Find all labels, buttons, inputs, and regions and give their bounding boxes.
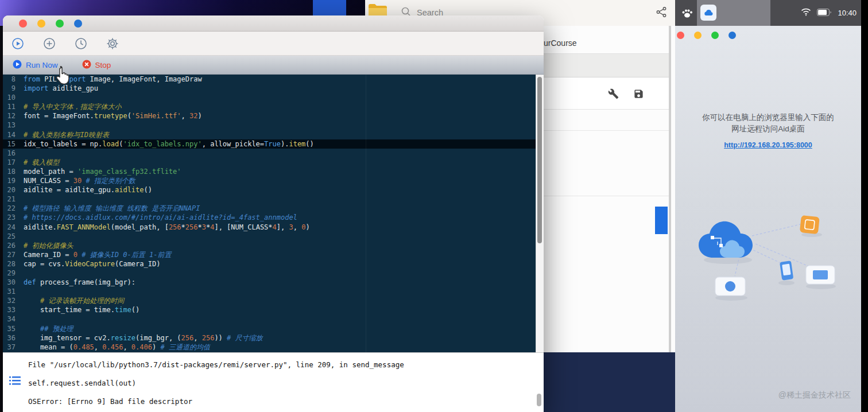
ide-window: Run Now Stop 8from PIL import Image, Ima… — [3, 15, 544, 412]
editor-scrollbar[interactable] — [536, 75, 544, 352]
code-line-28: 28cap = cvs.VideoCapture(Camera_ID) — [3, 259, 544, 269]
console-scrollbar-thumb[interactable] — [537, 394, 541, 406]
code-text — [24, 93, 544, 102]
page-toolbar-card — [544, 77, 669, 110]
phone-screen: 你可以在电脑上的浏览器里输入下面的 网址远程访问Aid桌面 http://192… — [675, 26, 861, 412]
code-text: font = ImageFont.truetype('SimHei.ttf', … — [24, 111, 544, 121]
code-text — [24, 149, 544, 158]
code-text: # 记录该帧开始处理的时间 — [24, 296, 544, 305]
console-log-icon[interactable] — [9, 376, 21, 387]
code-line-16: 16 — [3, 149, 544, 158]
code-line-19: 19NUM_CLASS = 30 # 指定类别个数 — [3, 176, 544, 185]
mirrored-traffic-lights — [677, 32, 736, 39]
code-line-15: 15idx_to_labels = np.load('idx_to_labels… — [3, 139, 544, 149]
line-number: 14 — [3, 130, 24, 139]
close-button[interactable] — [677, 32, 684, 39]
code-text: from PIL import Image, ImageFont, ImageD… — [24, 75, 544, 84]
line-number: 32 — [3, 296, 24, 305]
add-icon[interactable] — [43, 37, 56, 50]
settings-gear-icon[interactable] — [106, 37, 119, 50]
console-line: OSError: [Errno 9] Bad file descriptor — [28, 392, 530, 411]
code-lines: 8from PIL import Image, ImageFont, Image… — [3, 75, 544, 352]
code-line-32: 32 # 记录该帧开始处理的时间 — [3, 296, 544, 305]
phone-status-bar: 10:40 — [675, 0, 861, 26]
zoom-button[interactable] — [56, 20, 64, 28]
code-text: aidlite.FAST_ANNModel(model_path, [256*2… — [24, 223, 544, 232]
code-line-20: 20aidlite = aidlite_gpu.aidlite() — [3, 185, 544, 195]
desktop: Search urCourse — [0, 0, 868, 412]
zoom-button[interactable] — [711, 32, 719, 39]
line-number: 8 — [3, 75, 24, 84]
code-text: # https://docs.aidlux.com/#/intro/ai/ai-… — [24, 213, 544, 222]
history-icon[interactable] — [75, 37, 87, 50]
code-line-11: 11# 导入中文字体，指定字体大小 — [3, 102, 544, 111]
console-line: self.request.sendall(out) — [28, 374, 530, 392]
line-number: 12 — [3, 111, 24, 121]
instruction-line-1: 你可以在电脑上的浏览器里输入下面的 — [675, 112, 861, 123]
code-line-9: 9import aidlite_gpu — [3, 84, 544, 93]
remote-url-link[interactable]: http://192.168.20.195:8000 — [675, 141, 861, 149]
stop-button[interactable]: Stop — [82, 60, 111, 71]
code-text: # 初始化摄像头 — [24, 241, 544, 250]
code-line-37: 37 mean = (0.485, 0.456, 0.406) # 三通道的均值 — [3, 343, 544, 352]
watermark: @稀土掘金技术社区 — [778, 390, 851, 401]
line-number: 29 — [3, 269, 24, 278]
pin-window-button[interactable] — [74, 20, 82, 28]
run-now-button[interactable]: Run Now — [13, 60, 58, 71]
play-icon — [13, 60, 22, 71]
page-blue-button[interactable] — [655, 207, 668, 234]
share-icon[interactable] — [656, 6, 667, 20]
page-scrollbar[interactable] — [669, 26, 671, 352]
minimize-button[interactable] — [694, 32, 702, 39]
pin-window-button[interactable] — [728, 32, 736, 39]
code-text: Camera_ID = 0 # 摄像头ID 0-后置 1-前置 — [24, 250, 544, 259]
code-line-34: 34 — [3, 314, 544, 324]
cloud-devices-illustration — [688, 208, 848, 314]
save-icon[interactable] — [633, 88, 644, 102]
page-title-fragment: urCourse — [544, 38, 577, 48]
wrench-icon[interactable] — [608, 88, 619, 102]
code-text: start_time = time.time() — [24, 305, 544, 314]
code-line-33: 33 start_time = time.time() — [3, 305, 544, 314]
line-number: 23 — [3, 213, 24, 222]
code-line-13: 13 — [3, 121, 544, 130]
line-number: 22 — [3, 204, 24, 213]
cloud-app-icon[interactable] — [700, 5, 716, 21]
code-text: # 模型路径 输入维度 输出维度 线程数 是否开启NNAPI — [24, 204, 544, 213]
close-button[interactable] — [19, 20, 27, 28]
code-text — [24, 195, 544, 204]
line-number: 9 — [3, 84, 24, 93]
wallpaper-window-fragment — [313, 0, 346, 15]
code-text: # 载入类别名称与ID映射表 — [24, 130, 544, 139]
background-window — [544, 352, 675, 412]
page-divider — [544, 130, 669, 131]
code-editor[interactable]: 8from PIL import Image, ImageFont, Image… — [3, 75, 544, 352]
ide-toolbar — [3, 32, 544, 56]
line-number: 11 — [3, 102, 24, 111]
line-number: 19 — [3, 176, 24, 185]
run-circle-icon[interactable] — [11, 37, 24, 50]
code-line-12: 12font = ImageFont.truetype('SimHei.ttf'… — [3, 111, 544, 121]
code-line-25: 25 — [3, 232, 544, 241]
minimize-button[interactable] — [37, 20, 45, 28]
code-text: img_tensor = cv2.resize(img_bgr, (256, 2… — [24, 333, 544, 343]
code-text: cap = cvs.VideoCapture(Camera_ID) — [24, 259, 544, 269]
code-text — [24, 314, 544, 324]
battery-icon — [817, 8, 832, 18]
ide-titlebar[interactable] — [3, 15, 544, 32]
line-number: 34 — [3, 314, 24, 324]
code-line-24: 24aidlite.FAST_ANNModel(model_path, [256… — [3, 223, 544, 232]
code-text — [24, 269, 544, 278]
code-text: ## 预处理 — [24, 324, 544, 333]
line-number: 31 — [3, 287, 24, 296]
code-line-8: 8from PIL import Image, ImageFont, Image… — [3, 75, 544, 84]
editor-scrollbar-thumb[interactable] — [537, 77, 542, 243]
code-text — [24, 121, 544, 130]
code-line-23: 23# https://docs.aidlux.com/#/intro/ai/a… — [3, 213, 544, 222]
line-number: 25 — [3, 232, 24, 241]
code-text: # 导入中文字体，指定字体大小 — [24, 102, 544, 111]
code-text — [24, 232, 544, 241]
line-number: 35 — [3, 324, 24, 333]
stop-label: Stop — [95, 61, 111, 69]
line-number: 27 — [3, 250, 24, 259]
